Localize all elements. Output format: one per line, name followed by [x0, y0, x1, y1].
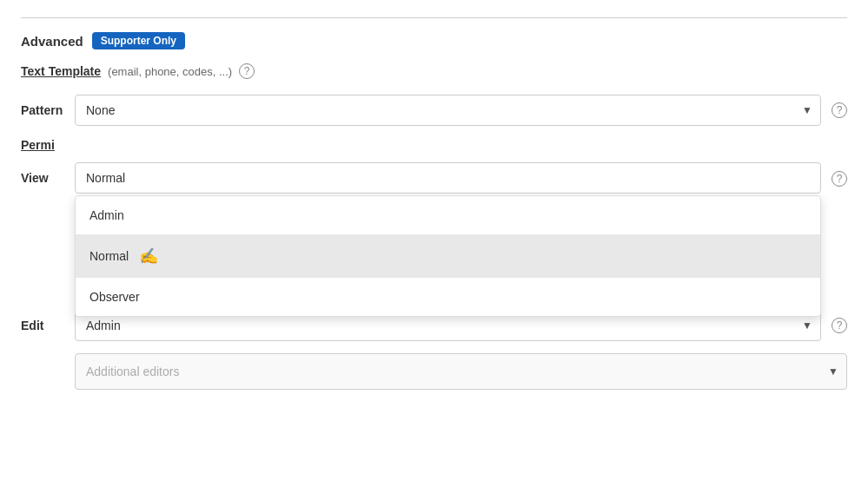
pattern-row: Pattern None Email Phone Code ▼ ? — [21, 95, 847, 126]
page-container: Advanced Supporter Only Text Template (e… — [0, 0, 868, 480]
view-option-admin[interactable]: Admin — [76, 196, 820, 234]
view-option-observer[interactable]: Observer — [76, 278, 820, 316]
text-template-label: Text Template — [21, 64, 101, 78]
advanced-section-header: Advanced Supporter Only — [21, 17, 847, 49]
view-option-normal-label: Normal — [89, 249, 129, 263]
edit-label: Edit — [21, 319, 64, 332]
pattern-label: Pattern — [21, 103, 64, 117]
additional-editors-wrapper: Additional editors ▼ — [75, 353, 847, 390]
view-row: View Normal Admin Normal ✍ Observer ? — [21, 162, 847, 194]
view-option-normal[interactable]: Normal ✍ — [76, 234, 820, 278]
supporter-only-badge: Supporter Only — [92, 32, 185, 49]
view-label: View — [21, 162, 64, 185]
cursor-hand-icon: ✍ — [139, 247, 158, 266]
edit-help-icon[interactable]: ? — [832, 318, 847, 333]
additional-editors-input[interactable]: Additional editors — [75, 353, 847, 390]
pattern-help-icon[interactable]: ? — [832, 102, 847, 118]
text-template-row: Text Template (email, phone, codes, ...)… — [21, 63, 847, 79]
additional-editors-row: Additional editors ▼ — [21, 353, 847, 390]
text-template-help-icon[interactable]: ? — [239, 63, 255, 79]
text-template-hint: (email, phone, codes, ...) — [108, 65, 232, 78]
pattern-select[interactable]: None Email Phone Code — [75, 95, 821, 126]
pattern-select-wrapper: None Email Phone Code ▼ — [75, 95, 821, 126]
view-select-display[interactable]: Normal — [75, 162, 821, 194]
permissions-label: Permi — [21, 138, 55, 152]
view-help-icon[interactable]: ? — [832, 171, 847, 187]
view-dropdown: Admin Normal ✍ Observer — [75, 195, 821, 317]
view-select-wrapper: Normal Admin Normal ✍ Observer — [75, 162, 821, 194]
section-title: Advanced — [21, 34, 83, 49]
permissions-section: Permi — [21, 138, 847, 152]
